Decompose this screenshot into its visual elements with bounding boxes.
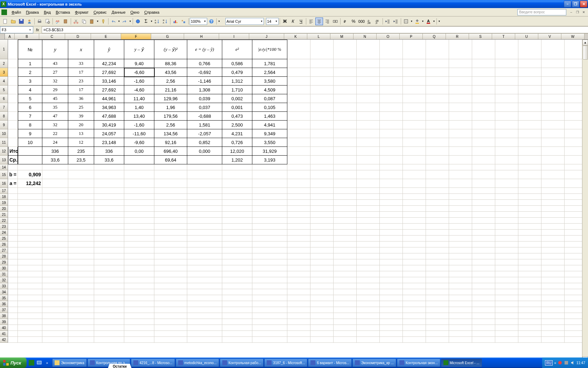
ql-excel-icon[interactable] <box>28 359 35 367</box>
font-size-combo[interactable]: 14▼ <box>266 18 279 25</box>
col-header-C[interactable]: C <box>39 34 65 39</box>
cell[interactable]: 92,16 <box>154 138 187 147</box>
cell[interactable] <box>42 218 68 224</box>
menu-сервис[interactable]: Сервис <box>91 9 109 15</box>
cell[interactable] <box>541 170 565 179</box>
cell[interactable]: b = <box>8 170 18 179</box>
cell[interactable] <box>94 224 124 230</box>
cell[interactable] <box>222 265 252 271</box>
cell[interactable] <box>287 77 310 86</box>
cell[interactable]: -11,60 <box>124 129 154 138</box>
cell[interactable] <box>154 319 187 325</box>
cell[interactable] <box>495 164 518 170</box>
cell[interactable]: e = (y – ŷ) <box>187 40 222 59</box>
cell[interactable] <box>42 212 68 218</box>
cell[interactable] <box>154 218 187 224</box>
cell[interactable] <box>252 295 287 301</box>
row-header-19[interactable]: 19 <box>0 200 8 206</box>
cell[interactable]: 11,40 <box>124 94 154 103</box>
cell[interactable]: e² <box>222 40 252 59</box>
currency-button[interactable]: ₽ <box>342 18 349 25</box>
cell[interactable] <box>334 59 357 68</box>
cell[interactable]: 1,581 <box>187 121 222 129</box>
cell[interactable] <box>187 265 222 271</box>
cell[interactable] <box>187 331 222 337</box>
col-header-A[interactable]: A <box>5 34 15 39</box>
row-header-42[interactable]: 42 <box>0 337 8 343</box>
cell[interactable] <box>449 68 472 77</box>
cell[interactable] <box>222 247 252 253</box>
cell[interactable] <box>334 40 357 59</box>
cell[interactable] <box>252 277 287 283</box>
menu-вставка[interactable]: Вставка <box>53 9 72 15</box>
cell[interactable] <box>472 224 495 230</box>
cell[interactable] <box>495 289 518 295</box>
cell[interactable] <box>222 188 252 194</box>
cell[interactable]: 33,6 <box>94 156 124 164</box>
cell[interactable] <box>8 138 18 147</box>
cell[interactable]: 0,473 <box>222 112 252 121</box>
cell[interactable] <box>310 212 334 218</box>
cell[interactable] <box>472 112 495 121</box>
cell[interactable] <box>310 129 334 138</box>
cell[interactable] <box>472 188 495 194</box>
cell[interactable]: 1,312 <box>222 77 252 86</box>
close-button[interactable]: ✕ <box>580 1 587 7</box>
cell[interactable]: 0,00 <box>124 147 154 156</box>
cell[interactable] <box>380 313 403 319</box>
decrease-decimal-button[interactable]: ,00,0 <box>374 18 382 25</box>
bold-button[interactable]: Ж <box>281 18 289 25</box>
cell[interactable] <box>426 121 449 129</box>
cell[interactable] <box>310 313 334 319</box>
cell[interactable] <box>449 179 472 188</box>
cell[interactable] <box>541 138 565 147</box>
cell[interactable] <box>426 40 449 59</box>
cell[interactable] <box>380 156 403 164</box>
cell[interactable] <box>287 313 310 319</box>
cell[interactable] <box>357 259 380 265</box>
cell[interactable] <box>380 194 403 200</box>
cell[interactable] <box>252 236 287 241</box>
cell[interactable] <box>8 247 18 253</box>
cell[interactable] <box>449 247 472 253</box>
cell[interactable] <box>187 253 222 259</box>
cell[interactable] <box>42 179 68 188</box>
cell[interactable] <box>94 179 124 188</box>
row-header-35[interactable]: 35 <box>0 295 8 301</box>
cell[interactable] <box>287 247 310 253</box>
cell[interactable] <box>8 188 18 194</box>
row-header-39[interactable]: 39 <box>0 319 8 325</box>
cell[interactable] <box>222 200 252 206</box>
cell[interactable] <box>541 68 565 77</box>
cell[interactable] <box>124 230 154 236</box>
cell[interactable] <box>154 277 187 283</box>
undo-button[interactable] <box>110 18 117 25</box>
cell[interactable] <box>310 112 334 121</box>
cell[interactable]: 3,580 <box>252 77 287 86</box>
italic-button[interactable]: К <box>289 18 297 25</box>
cell[interactable] <box>495 259 518 265</box>
cell[interactable]: y <box>42 40 68 59</box>
cell[interactable] <box>495 218 518 224</box>
cell[interactable]: -1,60 <box>124 121 154 129</box>
cell[interactable] <box>94 188 124 194</box>
cell[interactable] <box>541 331 565 337</box>
cell[interactable] <box>42 236 68 241</box>
cell[interactable]: 1,308 <box>187 86 222 94</box>
cell[interactable] <box>380 147 403 156</box>
taskbar-item-9[interactable]: Microsoft Excel - ... <box>441 359 482 367</box>
cell[interactable] <box>124 236 154 241</box>
cell[interactable] <box>357 188 380 194</box>
cell[interactable] <box>222 307 252 313</box>
cell[interactable] <box>252 241 287 247</box>
cell[interactable] <box>42 289 68 295</box>
cell[interactable] <box>310 295 334 301</box>
cell[interactable] <box>252 331 287 337</box>
cell[interactable] <box>472 289 495 295</box>
cell[interactable] <box>357 77 380 86</box>
save-button[interactable] <box>18 18 25 25</box>
cell[interactable] <box>18 283 42 289</box>
cell[interactable] <box>380 277 403 283</box>
cell[interactable] <box>403 129 426 138</box>
row-header-13[interactable]: 13 <box>0 156 8 164</box>
